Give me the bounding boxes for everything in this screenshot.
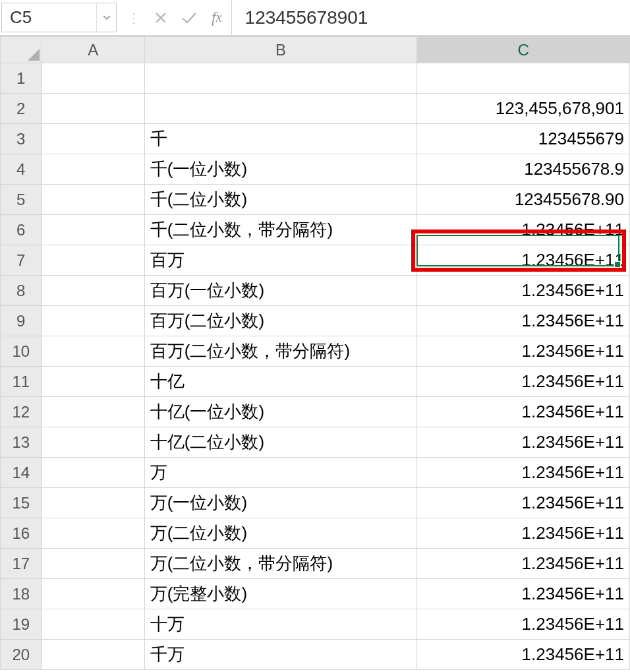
cell[interactable]: 万(二位小数) [144,518,416,549]
cell[interactable] [144,63,416,94]
cell[interactable] [42,306,144,336]
table-row: 2123,455,678,901 [1,94,630,124]
col-header-C[interactable]: C [417,37,630,63]
cell[interactable]: 千(二位小数，带分隔符) [144,215,416,245]
cell[interactable]: 1.23456E+11 [417,518,630,549]
cell[interactable]: 千 [144,124,416,154]
cell[interactable]: 123455679 [417,124,630,154]
cell[interactable] [42,579,144,609]
cell[interactable] [42,336,144,367]
cell[interactable]: 万 [144,458,416,488]
cell[interactable] [42,276,144,306]
cell[interactable]: 123455678.90 [417,185,630,215]
cell[interactable]: 1.23456E+11 [417,549,630,579]
table-row: 9百万(二位小数)1.23456E+11 [1,306,630,336]
cell[interactable]: 千(二位小数) [144,185,416,215]
cell[interactable]: 十亿 [144,367,416,397]
spreadsheet-grid[interactable]: A B C 12123,455,678,9013千1234556794千(一位小… [0,36,630,670]
cell[interactable] [42,245,144,276]
cell[interactable]: 万(二位小数，带分隔符) [144,549,416,579]
cell[interactable] [42,640,144,670]
cell[interactable]: 十亿(二位小数) [144,427,416,458]
select-all-corner[interactable] [1,37,42,63]
cell[interactable] [42,518,144,549]
cell[interactable]: 百万(一位小数) [144,276,416,306]
cell[interactable]: 百万(二位小数，带分隔符) [144,336,416,367]
cell[interactable] [144,94,416,124]
cell[interactable]: 万(完整小数) [144,579,416,609]
row-header[interactable]: 18 [1,579,42,609]
cell[interactable] [42,549,144,579]
col-header-A[interactable]: A [42,37,144,63]
cell[interactable]: 百万 [144,245,416,276]
cell[interactable]: 1.23456E+11 [417,245,630,276]
cell[interactable] [42,94,144,124]
cell[interactable]: 1.23456E+11 [417,306,630,336]
cell[interactable] [42,397,144,427]
formula-bar-buttons: ⋮ fx [121,0,229,35]
cell[interactable]: 1.23456E+11 [417,276,630,306]
cell[interactable] [42,458,144,488]
row-header[interactable]: 12 [1,397,42,427]
row-header[interactable]: 14 [1,458,42,488]
formula-input-wrap [231,0,630,35]
cancel-icon[interactable] [155,12,167,24]
cell[interactable] [42,63,144,94]
cell[interactable]: 1.23456E+11 [417,579,630,609]
cell[interactable]: 1.23456E+11 [417,458,630,488]
col-header-B[interactable]: B [144,37,416,63]
cell[interactable] [42,124,144,154]
cell[interactable]: 1.23456E+11 [417,215,630,245]
row-header[interactable]: 13 [1,427,42,458]
cell[interactable]: 千万 [144,640,416,670]
cell[interactable]: 1.23456E+11 [417,609,630,640]
row-header[interactable]: 20 [1,640,42,670]
cell[interactable]: 1.23456E+11 [417,640,630,670]
cell[interactable]: 1.23456E+11 [417,427,630,458]
cell[interactable] [42,427,144,458]
row-header[interactable]: 19 [1,609,42,640]
cell[interactable] [42,488,144,518]
enter-icon[interactable] [181,12,197,24]
cell[interactable]: 万(一位小数) [144,488,416,518]
cell[interactable]: 1.23456E+11 [417,397,630,427]
cell[interactable]: 1.23456E+11 [417,488,630,518]
cell[interactable] [42,609,144,640]
fx-icon[interactable]: fx [212,9,222,26]
formula-bar: ⋮ fx [0,0,630,36]
table-row: 13十亿(二位小数)1.23456E+11 [1,427,630,458]
cell[interactable] [42,154,144,185]
cell[interactable]: 十亿(一位小数) [144,397,416,427]
cell[interactable]: 百万(二位小数) [144,306,416,336]
cell[interactable]: 千(一位小数) [144,154,416,185]
cell[interactable] [42,367,144,397]
row-header[interactable]: 6 [1,215,42,245]
row-header[interactable]: 5 [1,185,42,215]
row-header[interactable]: 7 [1,245,42,276]
row-header[interactable]: 11 [1,367,42,397]
formula-input[interactable] [245,7,630,28]
cell[interactable]: 十万 [144,609,416,640]
row-header[interactable]: 17 [1,549,42,579]
row-header[interactable]: 4 [1,154,42,185]
row-header[interactable]: 15 [1,488,42,518]
row-header[interactable]: 3 [1,124,42,154]
cell[interactable] [42,185,144,215]
cell[interactable] [42,215,144,245]
row-header[interactable]: 10 [1,336,42,367]
table-row: 1 [1,63,630,94]
cell[interactable]: 123455678.9 [417,154,630,185]
cell[interactable]: 1.23456E+11 [417,336,630,367]
cell[interactable]: 123,455,678,901 [417,94,630,124]
row-header[interactable]: 16 [1,518,42,549]
row-header[interactable]: 8 [1,276,42,306]
table-row: 8百万(一位小数)1.23456E+11 [1,276,630,306]
name-box-dropdown-icon[interactable] [96,3,116,32]
row-header[interactable]: 9 [1,306,42,336]
row-header[interactable]: 2 [1,94,42,124]
name-box-input[interactable] [2,7,96,28]
name-box[interactable] [1,3,117,32]
cell[interactable]: 1.23456E+11 [417,367,630,397]
row-header[interactable]: 1 [1,63,42,94]
cell[interactable] [417,63,630,94]
